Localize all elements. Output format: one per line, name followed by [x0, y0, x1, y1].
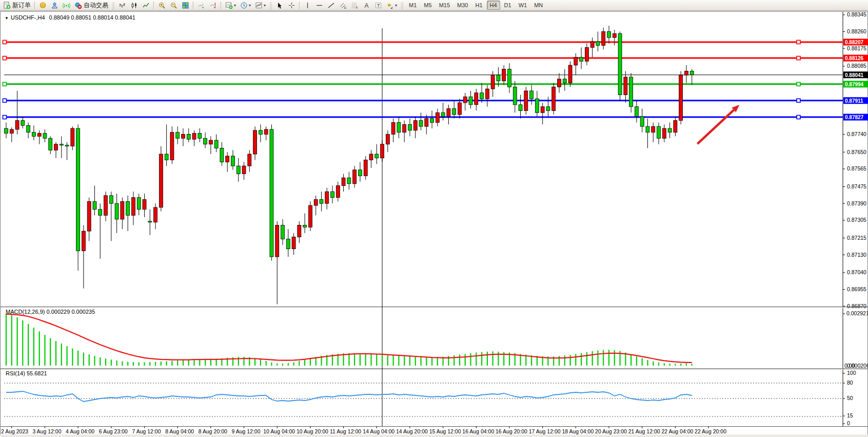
new-chart-button[interactable]: ▾ [224, 0, 238, 10]
timeframe-button-h1[interactable]: H1 [472, 1, 485, 10]
text-button[interactable]: A [361, 0, 372, 10]
auto-trading-button[interactable]: 自动交易 [73, 0, 110, 10]
price-chart[interactable]: 0.883450.882600.881750.880850.877400.876… [0, 0, 868, 437]
text-label-icon: T [374, 2, 382, 9]
candle-chart-icon [130, 2, 138, 9]
auto-scroll-button[interactable] [196, 0, 207, 10]
hline-handle[interactable] [797, 82, 800, 86]
timeframe-button-d1[interactable]: D1 [501, 1, 515, 10]
candlestick-chart-button[interactable] [129, 0, 140, 10]
candle[interactable] [679, 71, 683, 124]
crosshair-button[interactable] [286, 0, 297, 10]
hline-handle[interactable] [797, 40, 800, 44]
templates-button[interactable]: ▾ [253, 0, 267, 10]
clock-icon [240, 2, 248, 9]
tile-windows-icon [182, 2, 189, 9]
time-axis-label: 2 Aug 2023 [1, 428, 28, 434]
hline-handle[interactable] [797, 56, 800, 60]
time-axis-label: 7 Aug 12:00 [132, 428, 161, 434]
candle[interactable] [308, 201, 312, 231]
timeframe-button-m30[interactable]: M30 [454, 1, 471, 10]
channel-icon: E [339, 2, 347, 9]
candle[interactable] [159, 146, 163, 212]
timeframe-button-m5[interactable]: M5 [421, 1, 435, 10]
bar-chart-button[interactable] [117, 0, 128, 10]
svg-text:A: A [365, 2, 369, 9]
text-label-button[interactable]: T [373, 0, 384, 10]
hline-handle[interactable] [3, 116, 7, 119]
symbol-dropdown-icon[interactable]: ▼ [5, 16, 9, 21]
time-axis-label: 20 Aug 23:00 [595, 428, 627, 434]
candle[interactable] [568, 61, 572, 87]
cursor-icon [276, 2, 284, 9]
price-badge: 0.88207 [843, 39, 868, 45]
new-order-button-label: 新订单 [12, 1, 31, 10]
price-axis-label: 0.88085 [847, 63, 866, 69]
signals-button[interactable] [61, 0, 72, 10]
price-axis-label: 0.87475 [847, 183, 866, 189]
svg-text:0.87827: 0.87827 [845, 115, 864, 120]
timeframe-button-h4[interactable]: H4 [487, 1, 500, 10]
trendline-icon [327, 2, 335, 9]
timeframe-button-m1[interactable]: M1 [406, 1, 420, 10]
vline-icon [304, 2, 311, 9]
price-badge: 0.88041 [843, 71, 868, 78]
tile-windows-button[interactable] [180, 0, 191, 10]
profile-button[interactable] [49, 0, 60, 10]
price-axis-label: 0.87650 [847, 149, 866, 155]
text-icon: A [363, 2, 370, 9]
hline-handle[interactable] [797, 99, 800, 102]
time-axis-label: 22 Aug 04:00 [661, 428, 693, 434]
signal-icon [63, 2, 70, 9]
time-axis-label: 8 Aug 20:00 [199, 428, 227, 434]
fibonacci-icon: F [351, 2, 359, 9]
dropdown-caret-icon: ▾ [395, 3, 397, 8]
candle[interactable] [629, 73, 633, 112]
time-axis-label: 9 Aug 12:00 [232, 428, 261, 434]
horizontal-line-button[interactable] [314, 0, 325, 10]
hline-handle[interactable] [797, 116, 800, 119]
arrows-button[interactable]: ▾ [385, 0, 399, 10]
new-order-icon [3, 2, 11, 9]
time-axis-label: 6 Aug 23:00 [99, 428, 128, 434]
candle[interactable] [270, 124, 273, 260]
time-axis-label: 18 Aug 04:00 [562, 428, 594, 434]
hline-handle[interactable] [3, 40, 7, 44]
fibonacci-button[interactable]: F [349, 0, 360, 10]
rsi-axis-label: 100 [847, 370, 856, 376]
svg-text:0.87911: 0.87911 [845, 98, 863, 104]
time-axis-label: 16 Aug 04:00 [462, 428, 494, 434]
new-order-button[interactable]: 新订单 [2, 0, 32, 10]
candle[interactable] [618, 32, 622, 101]
profile-icon [51, 2, 58, 9]
hline-handle[interactable] [3, 82, 7, 86]
timeframe-button-mn[interactable]: MN [531, 1, 546, 10]
cursor-button[interactable] [274, 0, 285, 10]
toolbar-separator [299, 2, 300, 9]
equidistant-channel-button[interactable]: E [338, 0, 348, 10]
vertical-line-button[interactable] [302, 0, 313, 10]
auto-trading-button-label: 自动交易 [84, 1, 108, 10]
price-axis-label: 0.88260 [847, 28, 866, 34]
zoom-out-button[interactable] [168, 0, 179, 10]
candle[interactable] [76, 124, 80, 271]
time-axis-label: 22 Aug 20:00 [695, 428, 726, 434]
hline-handle[interactable] [3, 56, 7, 60]
auto-trading-icon [74, 2, 82, 9]
bar-chart-icon [119, 2, 126, 9]
chart-shift-button[interactable] [208, 0, 219, 10]
timeframe-button-m15[interactable]: M15 [436, 1, 453, 10]
trendline-button[interactable] [326, 0, 337, 10]
arrows-icon [386, 2, 394, 9]
periods-button[interactable]: ▾ [239, 0, 252, 10]
svg-text:E: E [344, 6, 346, 9]
price-badge: 0.87911 [843, 97, 868, 104]
candle[interactable] [552, 83, 556, 115]
hline-handle[interactable] [3, 99, 7, 102]
deposit-button[interactable] [37, 0, 48, 10]
line-chart-button[interactable] [141, 0, 151, 10]
zoom-in-button[interactable] [156, 0, 167, 10]
price-axis-label: 0.88345 [847, 11, 866, 17]
timeframe-button-w1[interactable]: W1 [516, 1, 530, 10]
candle[interactable] [524, 87, 528, 115]
